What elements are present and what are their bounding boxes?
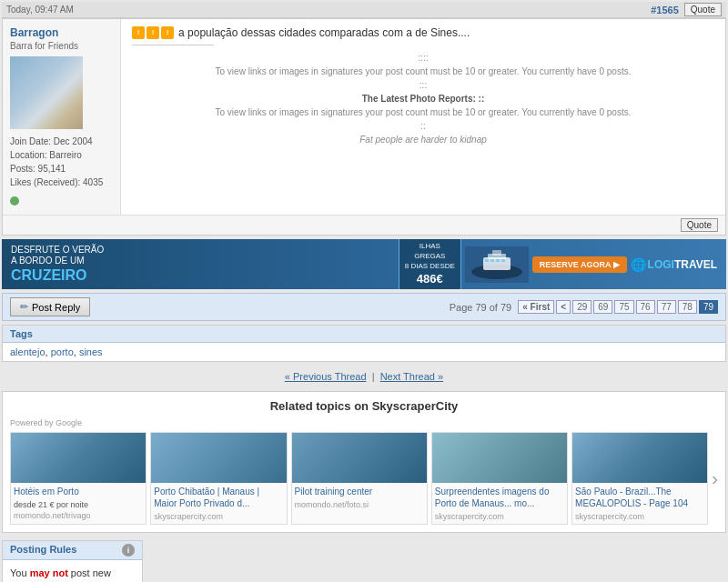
sig-italic-text: Fat people are harder to kidnap [132, 133, 714, 146]
user-likes: Likes (Received): 4035 [10, 176, 113, 189]
avatar [10, 56, 83, 129]
banner-reserve-button[interactable]: RESERVE AGORA ▶ [532, 256, 627, 273]
post-date: Today, 09:47 AM [6, 5, 74, 15]
tag-porto[interactable]: porto [51, 346, 74, 357]
related-url-2: skyscrapercity.com [151, 512, 286, 524]
related-card-3[interactable]: Pilot training center momondo.net/foto.s… [291, 432, 428, 525]
banner-line2: A BORDO DE UM [11, 256, 395, 266]
user-posts: Posts: 95,141 [10, 162, 113, 176]
more-arrow-icon: › [712, 468, 718, 489]
banner-line3: CRUZEIRO [11, 266, 395, 284]
first-page-button[interactable]: « First [518, 300, 554, 314]
svg-rect-7 [496, 259, 500, 262]
warning-icon-2: ! [147, 26, 159, 39]
post-text-main: a população dessas cidades comparadas co… [178, 26, 470, 39]
pagination-bar: ✏ Post Reply Page 79 of 79 « First < 29 … [2, 293, 726, 321]
user-location: Location: Barreiro [10, 148, 113, 162]
warning-icon-3: ! [161, 26, 174, 39]
page-link-29[interactable]: 29 [572, 300, 592, 314]
page-link-75[interactable]: 75 [614, 300, 633, 314]
banner-price: 486€ [405, 271, 455, 287]
username: Barragon [10, 26, 113, 39]
next-thread-link[interactable]: Next Thread » [380, 371, 444, 382]
warning-icon-1: ! [132, 26, 145, 39]
related-topics-title: Related topics on SkyscraperCity [10, 399, 718, 413]
banner-badge-1: ILHAS [405, 241, 455, 251]
post-footer: Quote [3, 215, 725, 235]
related-card-1[interactable]: Hotéis em Porto desde 21 € por noite mom… [10, 432, 147, 525]
sig-view-links-1: To view links or images in signatures yo… [132, 65, 714, 78]
page-link-76[interactable]: 76 [636, 300, 655, 314]
quote-button-top[interactable]: Quote [684, 3, 722, 16]
tag-sines[interactable]: sines [79, 346, 103, 357]
related-title-1: Hotéis em Porto [11, 483, 146, 500]
related-title-4: Surpreendentes imagens do Porto de Manau… [432, 483, 567, 512]
logi-icon: 🌐 [631, 257, 646, 272]
sig-dots-3: :: [132, 119, 714, 133]
tags-section: Tags alentejo, porto, sines [2, 325, 726, 362]
thread-nav-separator: | [372, 371, 375, 382]
prev-thread-link[interactable]: « Previous Thread [285, 371, 367, 382]
svg-rect-4 [492, 250, 501, 256]
banner: DESFRUTE O VERÃO A BORDO DE UM CRUZEIRO … [2, 239, 726, 289]
related-card-2[interactable]: Porto Chibatão | Manaus | Maior Porto Pr… [150, 432, 287, 525]
related-url-4: skyscrapercity.com [432, 512, 567, 524]
user-title: Barra for Friends [10, 41, 113, 51]
reply-icon: ✏ [20, 301, 28, 313]
related-url-5: skyscrapercity.com [572, 512, 707, 524]
post-id: #1565 [651, 5, 679, 15]
related-topics-section: Related topics on SkyscraperCity Powered… [2, 391, 726, 533]
page-link-69[interactable]: 69 [593, 300, 612, 314]
related-image-3 [292, 433, 427, 483]
tag-alentejo[interactable]: alentejo [10, 346, 46, 357]
page-info-label: Page 79 of 79 [450, 302, 512, 313]
page-link-77[interactable]: 77 [657, 300, 676, 314]
page-link-79-current[interactable]: 79 [699, 300, 718, 314]
related-title-2: Porto Chibatão | Manaus | Maior Porto Pr… [151, 483, 286, 512]
tags-header: Tags [3, 326, 725, 343]
post-reply-label: Post Reply [32, 302, 80, 313]
related-url-3: momondo.net/foto.si [292, 500, 427, 512]
page-navigation: Page 79 of 79 « First < 29 69 75 76 77 7… [450, 300, 718, 314]
prev-page-button[interactable]: < [556, 300, 571, 314]
svg-rect-6 [490, 259, 494, 262]
join-date: Join Date: Dec 2004 [10, 135, 113, 148]
related-title-5: São Paulo - Brazil...The MEGALOPOLIS - P… [572, 483, 707, 512]
svg-rect-5 [485, 259, 489, 262]
banner-badge-2: GREGAS [405, 251, 455, 261]
thread-navigation: « Previous Thread | Next Thread » [2, 366, 726, 387]
related-more-button[interactable]: › [712, 432, 718, 525]
may-not-1: may not [30, 567, 68, 578]
posting-rules-body: You may not post new threads You may not… [3, 560, 142, 582]
related-card-5[interactable]: São Paulo - Brazil...The MEGALOPOLIS - P… [571, 432, 708, 525]
post-reply-button[interactable]: ✏ Post Reply [10, 297, 90, 316]
related-url-1: momondo.net/trivago [11, 511, 146, 523]
related-price-1: desde 21 € por noite [11, 500, 146, 511]
tags-content: alentejo, porto, sines [3, 343, 725, 361]
related-image-1 [11, 433, 146, 483]
sig-latest-title: The Latest Photo Reports: :: [132, 92, 714, 105]
svg-rect-8 [501, 259, 505, 262]
post-warning-icons: ! ! ! a população dessas cidades compara… [132, 26, 714, 39]
banner-line1: DESFRUTE O VERÃO [11, 245, 395, 256]
related-image-2 [151, 433, 286, 483]
user-online-indicator [10, 196, 113, 207]
banner-badge-3: 8 DIAS DESDE [405, 261, 455, 271]
page-link-78[interactable]: 78 [678, 300, 697, 314]
logi-brand: LOGITRAVEL [648, 258, 717, 271]
banner-ship-image [465, 246, 529, 283]
posting-rules-header: Posting Rules i [3, 541, 142, 560]
powered-by-google: Powered by Google [10, 418, 718, 427]
sig-view-links-2: To view links or images in signatures yo… [132, 105, 714, 119]
post-separator [132, 45, 214, 45]
sig-dots-1: :::: [132, 51, 714, 65]
posting-rules-info-icon[interactable]: i [122, 544, 135, 557]
related-card-4[interactable]: Surpreendentes imagens do Porto de Manau… [431, 432, 568, 525]
quote-button-bottom[interactable]: Quote [681, 218, 718, 232]
related-image-4 [432, 433, 567, 483]
related-image-5 [572, 433, 707, 483]
related-title-3: Pilot training center [292, 483, 427, 500]
sig-dots-2: ::: [132, 78, 714, 92]
